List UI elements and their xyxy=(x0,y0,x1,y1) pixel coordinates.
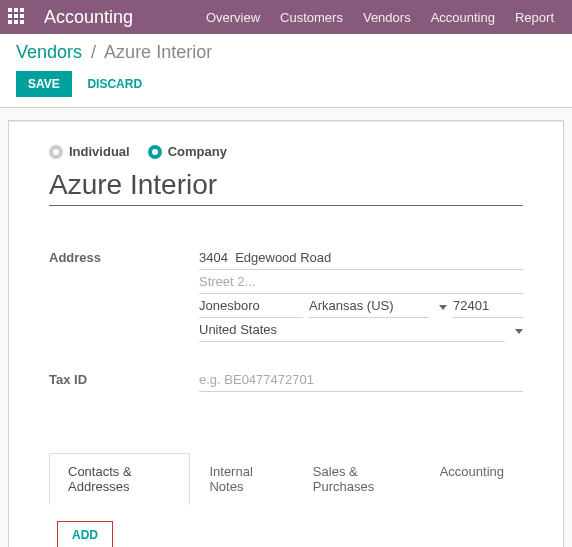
breadcrumb-current: Azure Interior xyxy=(104,42,212,62)
breadcrumb-separator: / xyxy=(91,42,96,62)
state-input[interactable] xyxy=(309,294,429,318)
form-sheet: Individual Company Azure Interior Addres… xyxy=(8,120,564,547)
radio-individual[interactable]: Individual xyxy=(49,144,130,159)
tax-id-input[interactable] xyxy=(199,368,523,392)
menu-reporting[interactable]: Report xyxy=(505,10,564,25)
company-type-radios: Individual Company xyxy=(49,144,523,159)
breadcrumb-parent[interactable]: Vendors xyxy=(16,42,82,62)
add-contact-button[interactable]: ADD xyxy=(57,521,113,547)
tab-contacts-addresses[interactable]: Contacts & Addresses xyxy=(49,453,190,505)
tax-id-label: Tax ID xyxy=(49,368,199,387)
tab-sales-purchases[interactable]: Sales & Purchases xyxy=(294,453,421,505)
app-brand: Accounting xyxy=(44,7,133,28)
menu-customers[interactable]: Customers xyxy=(270,10,353,25)
radio-company[interactable]: Company xyxy=(148,144,227,159)
discard-button[interactable]: DISCARD xyxy=(75,71,154,97)
notebook: Contacts & Addresses Internal Notes Sale… xyxy=(49,452,523,547)
menu-accounting[interactable]: Accounting xyxy=(421,10,505,25)
apps-icon[interactable] xyxy=(8,8,26,26)
partner-name-input[interactable]: Azure Interior xyxy=(49,169,523,206)
radio-individual-label: Individual xyxy=(69,144,130,159)
radio-circle-icon xyxy=(148,145,162,159)
country-input[interactable] xyxy=(199,318,505,342)
breadcrumb: Vendors / Azure Interior xyxy=(16,42,556,63)
city-input[interactable] xyxy=(199,294,303,318)
tab-accounting[interactable]: Accounting xyxy=(421,453,523,505)
chevron-down-icon[interactable] xyxy=(515,329,523,334)
save-button[interactable]: SAVE xyxy=(16,71,72,97)
menu-overview[interactable]: Overview xyxy=(196,10,270,25)
zip-input[interactable] xyxy=(453,294,523,318)
tab-internal-notes[interactable]: Internal Notes xyxy=(190,453,293,505)
radio-company-label: Company xyxy=(168,144,227,159)
address-label: Address xyxy=(49,246,199,265)
menu-vendors[interactable]: Vendors xyxy=(353,10,421,25)
chevron-down-icon[interactable] xyxy=(439,305,447,310)
tab-list: Contacts & Addresses Internal Notes Sale… xyxy=(49,452,523,505)
street-input[interactable] xyxy=(199,246,523,270)
radio-circle-icon xyxy=(49,145,63,159)
street2-input[interactable] xyxy=(199,270,523,294)
main-menu: Overview Customers Vendors Accounting Re… xyxy=(196,10,564,25)
